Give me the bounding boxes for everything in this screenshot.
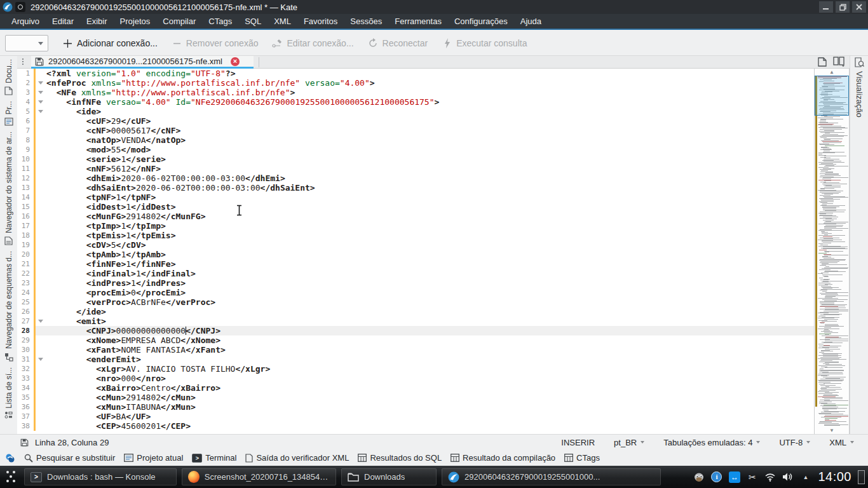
tab-close-icon[interactable]: × [231, 57, 240, 66]
gimp-tray-icon[interactable] [693, 471, 705, 483]
split-view-icon[interactable] [833, 57, 846, 67]
code-line[interactable]: 13 <dhSaiEnt>2020-06-02T00:00:00-03:00</… [17, 183, 814, 193]
volume-icon[interactable] [782, 471, 794, 483]
code-line[interactable]: 12 <dhEmi>2020-06-02T00:00:00-03:00</dhE… [17, 173, 814, 183]
fold-marker-icon[interactable] [38, 81, 43, 85]
code-text[interactable]: <procEmi>0</procEmi> [46, 288, 814, 297]
fold-marker-icon[interactable] [38, 320, 43, 323]
code-line[interactable]: 28 <CNPJ>00000000000000</CNPJ> [17, 326, 814, 336]
code-line[interactable]: 10 <serie>1</serie> [17, 154, 814, 164]
task-konsole[interactable]: > Downloads : bash — Konsole [24, 468, 177, 485]
sql-connection-select[interactable] [5, 35, 48, 51]
toolview-ctags[interactable]: CTags [564, 453, 600, 463]
code-text[interactable]: <mod>55</mod> [46, 145, 814, 154]
fold-marker-icon[interactable] [38, 358, 43, 361]
code-line[interactable]: 35 <cMun>2914802</cMun> [17, 393, 814, 402]
sidebar-tab-lista-simbolos[interactable]: Lista de sí... [4, 367, 13, 420]
syntax-select[interactable]: XML [829, 438, 854, 447]
menu-ajuda[interactable]: Ajuda [514, 15, 548, 28]
code-text[interactable]: <cMunFG>2914802</cMunFG> [46, 212, 814, 221]
code-line[interactable]: 20 <tpAmb>1</tpAmb> [17, 250, 814, 259]
code-line[interactable]: 15 <idDest>1</idDest> [17, 202, 814, 212]
menu-arquivo[interactable]: Arquivo [5, 15, 46, 28]
task-kate-nfe-xml[interactable]: 2920060463267900019255001000... [442, 468, 661, 485]
code-line[interactable]: 36 <xMun>ITABUNA</xMun> [17, 402, 814, 412]
code-line[interactable]: 19 <cDV>5</cDV> [17, 240, 814, 250]
toolview-terminal[interactable]: > Terminal [192, 453, 236, 463]
sidebar-tab-projetos[interactable]: Pr... [4, 101, 13, 126]
fold-marker-icon[interactable] [38, 100, 43, 104]
code-line[interactable]: 21 <finNFe>1</finNFe> [17, 259, 814, 269]
input-mode[interactable]: INSERIR [561, 438, 595, 447]
code-text[interactable]: <CEP>45600201</CEP> [46, 421, 814, 431]
toolview-resultado-compilacao[interactable]: Resultado da compilação [451, 453, 555, 463]
code-line[interactable]: 23 <indPres>1</indPres> [17, 278, 814, 288]
code-line[interactable]: 11 <nNF>5612</nNF> [17, 164, 814, 173]
code-line[interactable]: 4 <infNFe versao="4.00" Id="NFe292006046… [17, 97, 814, 107]
encoding-select[interactable]: UTF-8 [779, 438, 810, 447]
code-text[interactable]: <cUF>29</cUF> [46, 116, 814, 126]
code-text[interactable]: <xFant>NOME FANTASIA</xFant> [46, 345, 814, 355]
code-line[interactable]: 25 <verProc>ACBrNFe</verProc> [17, 297, 814, 307]
text-editor-area[interactable]: 1<?xml version="1.0" encoding="UTF-8"?>2… [17, 69, 814, 434]
scrollbar-minimap[interactable]: ▲ ▼ [814, 69, 850, 434]
code-text[interactable]: <xNome>EMPRESA ABCD</xNome> [46, 336, 814, 345]
menu-exibir[interactable]: Exibir [80, 15, 114, 28]
new-document-icon[interactable] [818, 57, 827, 67]
toolview-handle[interactable] [22, 58, 25, 66]
fold-marker-icon[interactable] [38, 110, 43, 113]
menu-favoritos[interactable]: Favoritos [297, 15, 344, 28]
dictionary-select[interactable]: pt_BR [614, 438, 644, 447]
code-line[interactable]: 3 <NFe xmlns="http://www.portalfiscal.in… [17, 88, 814, 97]
code-line[interactable]: 27 <emit> [17, 316, 814, 326]
menu-configuracoes[interactable]: Configurações [448, 15, 514, 28]
code-text[interactable]: <tpImp>1</tpImp> [46, 221, 814, 231]
code-text[interactable]: <NFe xmlns="http://www.portalfiscal.inf.… [46, 88, 814, 97]
sidebar-tab-navegador-esquemas[interactable]: Navegador de esquemas d... [4, 251, 13, 361]
code-text[interactable]: <xLgr>AV. INACIO TOSTA FILHO</xLgr> [46, 364, 814, 374]
maximize-button[interactable] [836, 1, 850, 13]
code-text[interactable]: <natOp>VENDA</natOp> [46, 135, 814, 145]
menu-compilar[interactable]: Compilar [156, 15, 202, 28]
code-text[interactable]: <xBairro>Centro</xBairro> [46, 383, 814, 393]
minimize-button[interactable] [819, 1, 833, 13]
code-text[interactable]: <finNFe>1</finNFe> [46, 259, 814, 269]
code-text[interactable]: <nNF>5612</nNF> [46, 164, 814, 173]
code-text[interactable]: <emit> [46, 316, 814, 326]
menu-sql[interactable]: SQL [238, 15, 268, 28]
fold-column[interactable] [36, 97, 46, 107]
reconnect-button[interactable]: Reconectar [368, 38, 428, 49]
code-text[interactable]: </ide> [46, 307, 814, 316]
teamviewer-tray-icon[interactable]: ↔ [728, 471, 740, 483]
code-line[interactable]: 2<nfeProc xmlns="http://www.portalfiscal… [17, 78, 814, 88]
code-line[interactable]: 7 <cNF>00005617</cNF> [17, 126, 814, 135]
menu-editar[interactable]: Editar [46, 15, 80, 28]
clock[interactable]: 14:00 [818, 470, 851, 484]
preview-icon[interactable] [855, 57, 864, 67]
scroll-down-icon[interactable]: ▼ [815, 427, 849, 434]
code-line[interactable]: 6 <cUF>29</cUF> [17, 116, 814, 126]
scroll-up-icon[interactable]: ▲ [815, 69, 849, 76]
code-text[interactable]: <CNPJ>00000000000000</CNPJ> [46, 326, 814, 336]
code-text[interactable]: <serie>1</serie> [46, 154, 814, 164]
code-line[interactable]: 24 <procEmi>0</procEmi> [17, 288, 814, 297]
code-text[interactable]: <indPres>1</indPres> [46, 278, 814, 288]
code-text[interactable]: <nfeProc xmlns="http://www.portalfiscal.… [46, 78, 814, 88]
toolview-projeto-atual[interactable]: Projeto atual [124, 453, 183, 463]
fold-marker-icon[interactable] [38, 91, 43, 94]
code-line[interactable]: 16 <cMunFG>2914802</cMunFG> [17, 212, 814, 221]
menu-projetos[interactable]: Projetos [114, 15, 157, 28]
code-line[interactable]: 22 <indFinal>1</indFinal> [17, 269, 814, 278]
window-app-menu-icon[interactable] [15, 2, 25, 12]
code-text[interactable]: <cMun>2914802</cMun> [46, 393, 814, 402]
toolview-saida-verificador-xml[interactable]: Saída do verificador XML [245, 453, 349, 463]
code-text[interactable]: <infNFe versao="4.00" Id="NFe29200604632… [46, 97, 814, 107]
menu-xml[interactable]: XML [268, 15, 297, 28]
tab-active-document[interactable]: 2920060463267900019...21000056175-nfe.xm… [31, 56, 254, 69]
code-text[interactable]: <dhEmi>2020-06-02T00:00:00-03:00</dhEmi> [46, 173, 814, 183]
code-text[interactable]: <ide> [46, 107, 814, 116]
code-line[interactable]: 8 <natOp>VENDA</natOp> [17, 135, 814, 145]
code-text[interactable]: <tpAmb>1</tpAmb> [46, 250, 814, 259]
fold-column[interactable] [36, 355, 46, 364]
klipper-scissors-icon[interactable]: ✂ [746, 471, 758, 483]
